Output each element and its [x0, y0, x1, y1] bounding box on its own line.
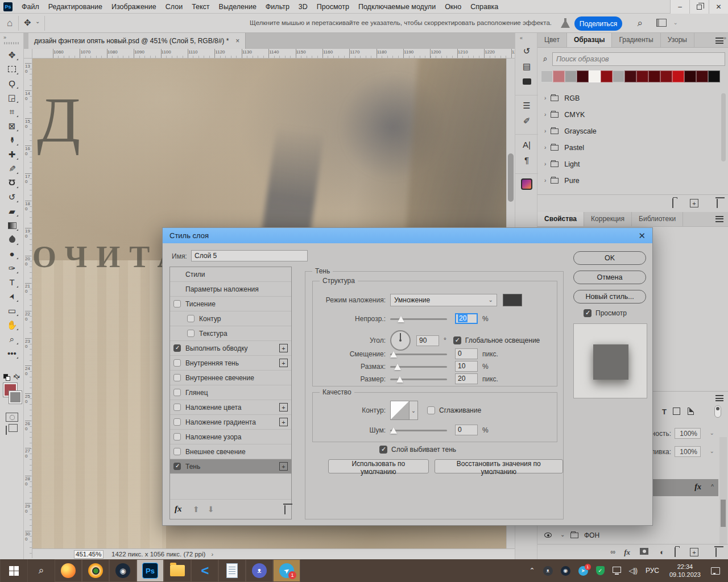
taskbar-photoshop[interactable]: Ps [136, 559, 164, 582]
style-checkbox[interactable] [173, 404, 181, 411]
quick-mask-button[interactable] [6, 413, 18, 422]
filter-shape-icon[interactable] [673, 408, 680, 415]
link-layers-button[interactable]: ∞ [610, 548, 614, 556]
move-tool-icon[interactable]: ✥ [24, 18, 31, 28]
swatch-group-row[interactable]: › Grayscale [540, 123, 719, 139]
layer-fx-badge[interactable]: fx [694, 483, 701, 492]
dodge-tool[interactable]: ● [4, 247, 20, 261]
character-panel-icon[interactable]: A| [515, 134, 538, 152]
hand-tool[interactable]: ✋ [4, 318, 20, 332]
style-row[interactable]: Внутренняя тень + [170, 356, 291, 371]
style-checkbox[interactable] [173, 300, 181, 307]
chevron-right-icon[interactable]: › [544, 128, 546, 134]
style-checkbox[interactable] [187, 315, 195, 322]
color-swatch[interactable] [541, 70, 553, 82]
menu-item[interactable]: Просмотр [312, 1, 354, 13]
panel-tab[interactable]: Библиотеки [632, 212, 683, 226]
chevron-down-icon[interactable]: ⌄ [710, 430, 714, 436]
add-effect-icon[interactable]: + [279, 418, 288, 426]
style-row[interactable]: Тиснение + [170, 297, 291, 311]
edit-toolbar-button[interactable]: ••• [4, 346, 20, 360]
history-panel-icon[interactable]: ↺ [518, 43, 535, 59]
restore-default-button[interactable]: Восстановить значения по умолчанию [435, 459, 563, 473]
taskbar-discord[interactable]: ᴥ [246, 559, 273, 582]
fx-menu-button[interactable]: fx [175, 504, 182, 514]
chevron-down-icon[interactable]: ⌄ [673, 19, 678, 26]
healing-brush-tool[interactable]: ✚ [4, 147, 20, 161]
swatch-group-row[interactable]: › Light [540, 156, 719, 172]
network-icon[interactable] [613, 568, 621, 573]
layer-name-input[interactable] [191, 250, 308, 261]
color-swatch[interactable] [565, 70, 577, 82]
start-button[interactable] [0, 559, 27, 582]
language-indicator[interactable]: РУС [646, 567, 659, 575]
taskbar-firefox[interactable] [55, 559, 82, 582]
filter-smart-object-icon[interactable] [688, 408, 694, 415]
home-icon[interactable]: ⌂ [7, 18, 13, 29]
new-layer-button[interactable]: + [690, 548, 698, 556]
chevron-right-icon[interactable]: › [544, 144, 546, 151]
eraser-tool[interactable]: ▰ [4, 204, 20, 218]
panel-tab[interactable]: Цвет [537, 33, 567, 47]
panel-tab[interactable]: Свойства [537, 212, 584, 226]
restore-button[interactable] [689, 0, 709, 14]
size-slider[interactable] [390, 375, 447, 384]
clone-stamp-tool[interactable]: Ω [4, 176, 20, 190]
taskbar-vscode[interactable]: < [191, 559, 218, 582]
ok-button[interactable]: OK [573, 251, 646, 265]
layer-group-row[interactable]: ⌄ ФОН [537, 528, 728, 544]
libraries-panel-icon[interactable]: ▤ [518, 59, 535, 74]
use-default-button[interactable]: Использовать по умолчанию [328, 459, 429, 473]
expand-tools-icon[interactable]: » [3, 35, 6, 40]
layers-menu-icon[interactable] [715, 395, 723, 401]
style-checkbox[interactable] [187, 330, 195, 337]
style-row[interactable]: Параметры наложения + [170, 282, 291, 297]
noise-input[interactable]: 0 [455, 425, 478, 435]
adjustment-layer-button[interactable]: ◐ [660, 548, 664, 556]
history-brush-tool[interactable]: ↺ [4, 190, 20, 204]
frame-tool[interactable]: ⊠ [4, 119, 20, 133]
color-swatch[interactable] [624, 70, 636, 82]
security-shield-icon[interactable]: ✓ [596, 566, 605, 575]
add-effect-icon[interactable]: + [279, 344, 288, 352]
style-checkbox[interactable] [173, 374, 181, 381]
brushes-panel-icon[interactable]: ✐ [518, 113, 535, 128]
style-row[interactable]: Выполнить обводку + [170, 341, 291, 356]
style-row[interactable]: Наложение узора + [170, 430, 291, 444]
panel-tab[interactable]: Образцы [567, 33, 613, 47]
delete-effect-button[interactable] [284, 505, 286, 514]
pen-tool[interactable]: ✑ [4, 261, 20, 275]
capture-extension-icon[interactable] [515, 173, 538, 192]
blur-tool[interactable] [4, 232, 20, 247]
spread-input[interactable]: 10 [455, 361, 478, 372]
angle-dial[interactable] [390, 330, 411, 351]
menu-item[interactable]: Окно [440, 1, 466, 13]
zoom-level-field[interactable]: 451.45% [74, 550, 104, 559]
color-swatch[interactable] [553, 70, 565, 82]
dialog-title-bar[interactable]: Стиль слоя ✕ [163, 228, 652, 243]
menu-item[interactable]: Справка [466, 1, 503, 13]
status-chevron-icon[interactable]: › [211, 551, 213, 558]
menu-item[interactable]: Текст [187, 1, 214, 13]
distance-input[interactable]: 0 [455, 348, 478, 359]
style-checkbox[interactable] [173, 344, 181, 352]
color-swatch[interactable] [636, 70, 648, 82]
new-group-button[interactable] [675, 548, 681, 556]
zoom-tool[interactable]: ⌕ [4, 332, 20, 346]
delete-swatch-button[interactable] [717, 199, 718, 207]
share-button[interactable]: Поделиться [574, 16, 622, 31]
panel-tab[interactable]: Узоры [661, 33, 694, 47]
beta-flask-icon[interactable] [561, 18, 570, 28]
style-checkbox[interactable] [173, 433, 181, 440]
angle-input[interactable]: 90 [416, 335, 439, 346]
eyedropper-tool[interactable]: ✒ [4, 133, 20, 147]
chevron-right-icon[interactable]: › [544, 95, 546, 101]
swatch-group-row[interactable]: › Pastel [540, 139, 719, 156]
collapse-panels-icon[interactable]: « [520, 35, 522, 41]
menu-item[interactable]: Редактирование [44, 1, 107, 13]
path-selection-tool[interactable]: ➤ [4, 289, 20, 304]
swap-colors-icon[interactable]: ⇄ [11, 371, 22, 381]
size-input[interactable]: 20 [455, 373, 478, 384]
new-group-button[interactable] [672, 199, 679, 207]
fill-value[interactable]: 100% [675, 446, 701, 457]
